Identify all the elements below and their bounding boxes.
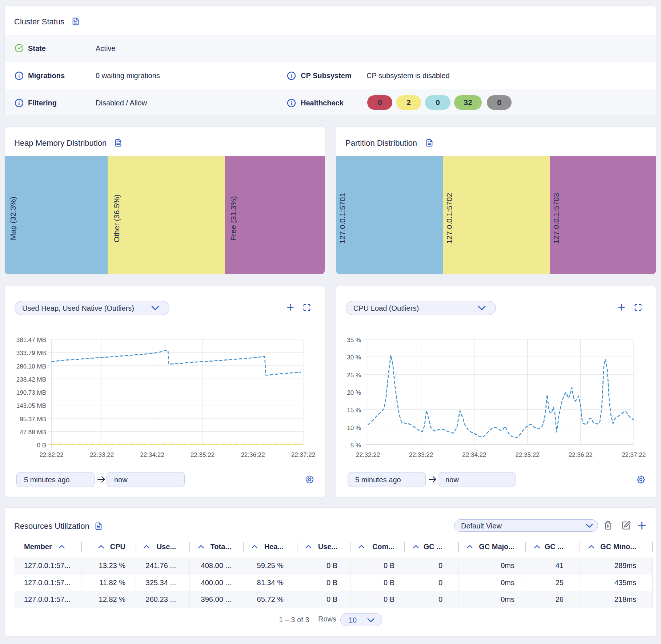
svg-text:22:34:22: 22:34:22 xyxy=(140,451,164,458)
svg-text:22:33:22: 22:33:22 xyxy=(409,451,433,458)
svg-text:30 %: 30 % xyxy=(347,354,361,361)
svg-text:22:37:22: 22:37:22 xyxy=(622,451,646,458)
svg-text:22:35:22: 22:35:22 xyxy=(191,451,215,458)
svg-text:95.37 MB: 95.37 MB xyxy=(20,416,46,423)
svg-text:15 %: 15 % xyxy=(347,407,361,414)
svg-text:22:36:22: 22:36:22 xyxy=(569,451,593,458)
svg-text:22:34:22: 22:34:22 xyxy=(462,451,486,458)
svg-text:5 %: 5 % xyxy=(350,442,361,449)
svg-text:25 %: 25 % xyxy=(347,372,361,379)
svg-text:22:32:22: 22:32:22 xyxy=(356,451,380,458)
svg-text:20 %: 20 % xyxy=(347,389,361,396)
svg-text:47.68 MB: 47.68 MB xyxy=(20,429,46,436)
svg-text:190.73 MB: 190.73 MB xyxy=(16,389,46,396)
svg-text:22:35:22: 22:35:22 xyxy=(516,451,540,458)
svg-text:286.10 MB: 286.10 MB xyxy=(16,363,46,370)
svg-text:22:36:22: 22:36:22 xyxy=(241,451,265,458)
svg-text:333.79 MB: 333.79 MB xyxy=(16,350,46,357)
svg-text:22:33:22: 22:33:22 xyxy=(90,451,114,458)
svg-text:22:32:22: 22:32:22 xyxy=(39,451,63,458)
svg-text:10 %: 10 % xyxy=(347,424,361,431)
svg-text:0 B: 0 B xyxy=(37,442,46,449)
svg-text:35 %: 35 % xyxy=(347,337,361,343)
svg-text:143.05 MB: 143.05 MB xyxy=(16,402,46,409)
svg-text:22:37:22: 22:37:22 xyxy=(291,451,315,458)
svg-text:238.42 MB: 238.42 MB xyxy=(16,376,46,383)
svg-text:381.47 MB: 381.47 MB xyxy=(16,337,46,343)
